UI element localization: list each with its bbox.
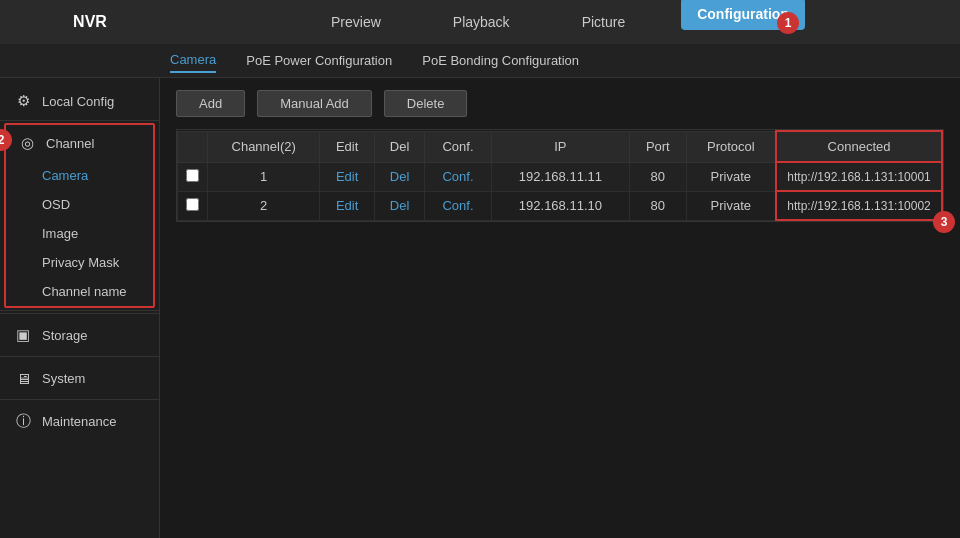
col-header-channel: Channel(2): [208, 131, 320, 162]
top-nav: NVR Preview Playback Picture Configurati…: [0, 0, 960, 44]
row1-checkbox[interactable]: [186, 169, 199, 182]
sidebar-item-local-config[interactable]: ⚙ Local Config: [0, 82, 159, 120]
gear-icon: ⚙: [14, 92, 32, 110]
sidebar-section-local-config: ⚙ Local Config: [0, 82, 159, 121]
sidebar-divider-3: [0, 399, 159, 400]
content-area: Add Manual Add Delete Channel(2) Edit De…: [160, 78, 960, 538]
info-icon: ⓘ: [14, 412, 32, 430]
row2-conf-link[interactable]: Conf.: [442, 198, 473, 213]
row2-protocol: Private: [686, 191, 776, 220]
tab-preview[interactable]: Preview: [315, 6, 397, 38]
row2-edit-link[interactable]: Edit: [336, 198, 358, 213]
row2-port: 80: [630, 191, 686, 220]
row1-edit[interactable]: Edit: [320, 162, 374, 191]
nav-tabs: Preview Playback Picture Configuration 1: [170, 6, 950, 38]
sidebar-item-maintenance[interactable]: ⓘ Maintenance: [0, 402, 159, 440]
sidebar-item-image[interactable]: Image: [6, 219, 153, 248]
sidebar-section-channel: ◎ Channel Camera OSD Image Privacy Mask …: [0, 123, 159, 311]
col-header-connected: Connected: [776, 131, 942, 162]
row2-connected[interactable]: http://192.168.1.131:10002: [776, 191, 942, 220]
camera-table: Channel(2) Edit Del Conf. IP Port Protoc…: [177, 130, 943, 221]
tab-picture[interactable]: Picture: [566, 6, 642, 38]
sidebar-channel-group: ◎ Channel Camera OSD Image Privacy Mask …: [4, 123, 155, 308]
sidebar-item-privacy-mask[interactable]: Privacy Mask: [6, 248, 153, 277]
row1-del-link[interactable]: Del: [390, 169, 410, 184]
sidebar-item-channel-name[interactable]: Channel name: [6, 277, 153, 306]
table-row: 1 Edit Del Conf. 192.168.11.11 80 Privat…: [178, 162, 943, 191]
sidebar-item-camera[interactable]: Camera: [6, 161, 153, 190]
col-header-port: Port: [630, 131, 686, 162]
sub-tab-poe-power[interactable]: PoE Power Configuration: [246, 49, 392, 72]
sidebar-channel-wrap: ◎ Channel Camera OSD Image Privacy Mask …: [0, 123, 159, 308]
storage-icon: ▣: [14, 326, 32, 344]
row1-port: 80: [630, 162, 686, 191]
table-row: 2 Edit Del Conf. 192.168.11.10 80 Privat…: [178, 191, 943, 220]
col-header-protocol: Protocol: [686, 131, 776, 162]
sidebar-item-system[interactable]: 🖥 System: [0, 359, 159, 397]
sidebar-label-channel: Channel: [46, 136, 94, 151]
sidebar-item-channel[interactable]: ◎ Channel: [6, 125, 153, 161]
row1-protocol: Private: [686, 162, 776, 191]
annotation-badge-1: 1: [777, 12, 799, 34]
sidebar: ⚙ Local Config ◎ Channel Camera OSD Imag…: [0, 78, 160, 538]
row1-del[interactable]: Del: [374, 162, 424, 191]
row2-conf[interactable]: Conf.: [425, 191, 491, 220]
sidebar-item-osd[interactable]: OSD: [6, 190, 153, 219]
row1-checkbox-cell: [178, 162, 208, 191]
row1-conf[interactable]: Conf.: [425, 162, 491, 191]
row2-del[interactable]: Del: [374, 191, 424, 220]
row1-conf-link[interactable]: Conf.: [442, 169, 473, 184]
main-layout: ⚙ Local Config ◎ Channel Camera OSD Imag…: [0, 78, 960, 538]
row2-checkbox-cell: [178, 191, 208, 220]
sub-nav: Camera PoE Power Configuration PoE Bondi…: [0, 44, 960, 78]
add-button[interactable]: Add: [176, 90, 245, 117]
sub-tab-camera[interactable]: Camera: [170, 48, 216, 73]
sidebar-divider-1: [0, 313, 159, 314]
sub-tab-poe-bonding[interactable]: PoE Bonding Configuration: [422, 49, 579, 72]
col-header-edit: Edit: [320, 131, 374, 162]
channel-icon: ◎: [18, 134, 36, 152]
sidebar-label-maintenance: Maintenance: [42, 414, 116, 429]
sidebar-label-local-config: Local Config: [42, 94, 114, 109]
camera-table-container: Channel(2) Edit Del Conf. IP Port Protoc…: [176, 129, 944, 222]
col-header-checkbox: [178, 131, 208, 162]
app-title: NVR: [10, 13, 170, 31]
row1-channel: 1: [208, 162, 320, 191]
delete-button[interactable]: Delete: [384, 90, 468, 117]
row2-ip: 192.168.11.10: [491, 191, 629, 220]
col-header-conf: Conf.: [425, 131, 491, 162]
row2-channel: 2: [208, 191, 320, 220]
row1-ip: 192.168.11.11: [491, 162, 629, 191]
monitor-icon: 🖥: [14, 369, 32, 387]
annotation-badge-3: 3: [933, 211, 955, 233]
manual-add-button[interactable]: Manual Add: [257, 90, 372, 117]
sidebar-label-system: System: [42, 371, 85, 386]
row2-del-link[interactable]: Del: [390, 198, 410, 213]
col-header-del: Del: [374, 131, 424, 162]
col-header-ip: IP: [491, 131, 629, 162]
toolbar: Add Manual Add Delete: [176, 90, 944, 117]
row2-checkbox[interactable]: [186, 198, 199, 211]
sidebar-divider-2: [0, 356, 159, 357]
row2-edit[interactable]: Edit: [320, 191, 374, 220]
sidebar-label-storage: Storage: [42, 328, 88, 343]
sidebar-item-storage[interactable]: ▣ Storage: [0, 316, 159, 354]
row1-edit-link[interactable]: Edit: [336, 169, 358, 184]
row1-connected[interactable]: http://192.168.1.131:10001: [776, 162, 942, 191]
tab-playback[interactable]: Playback: [437, 6, 526, 38]
